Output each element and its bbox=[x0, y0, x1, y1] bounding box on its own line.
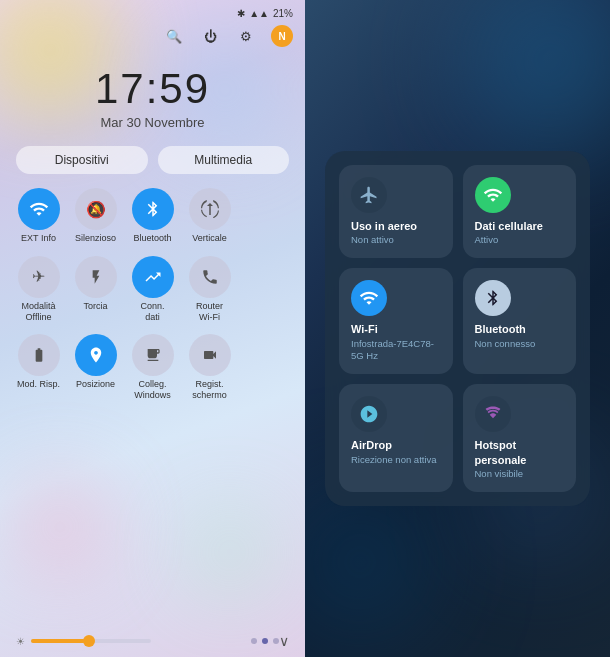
tile-rotate-icon bbox=[189, 188, 231, 230]
cc-bluetooth[interactable]: Bluetooth Non connesso bbox=[463, 268, 577, 374]
tile-windows[interactable]: Colleg.Windows bbox=[126, 334, 179, 401]
cc-airdrop-sublabel: Ricezione non attiva bbox=[351, 454, 437, 466]
tile-data-icon bbox=[132, 256, 174, 298]
cc-airplane-icon bbox=[351, 177, 387, 213]
cc-cellular-sublabel: Attivo bbox=[475, 234, 499, 246]
tab-row: Dispositivi Multimedia bbox=[0, 138, 305, 182]
status-icons: ✱ ▲▲ 21% bbox=[237, 8, 293, 19]
tab-dispositivi[interactable]: Dispositivi bbox=[16, 146, 148, 174]
tile-router-label: RouterWi-Fi bbox=[196, 301, 223, 323]
tile-data[interactable]: Conn.dati bbox=[126, 256, 179, 323]
control-center-panel: Uso in aereo Non attivo Dati cellulare A… bbox=[325, 151, 590, 507]
cc-cellular-icon bbox=[475, 177, 511, 213]
tile-screenrecord-label: Regist.schermo bbox=[192, 379, 227, 401]
ios-control-center: Uso in aereo Non attivo Dati cellulare A… bbox=[305, 0, 610, 657]
tiles-row-3: Mod. Risp. Posizione Colleg.Windows bbox=[0, 328, 305, 407]
signal-icon: ▲▲ bbox=[249, 8, 269, 19]
clock-section: 17:59 Mar 30 Novembre bbox=[0, 65, 305, 130]
cc-wifi-icon bbox=[351, 280, 387, 316]
cc-bluetooth-icon bbox=[475, 280, 511, 316]
cc-wifi[interactable]: Wi-Fi Infostrada-7E4C78-5G Hz bbox=[339, 268, 453, 374]
bottom-bar: ☀ ∨ bbox=[0, 625, 305, 657]
battery-text: 21% bbox=[273, 8, 293, 19]
tile-battery-saver-label: Mod. Risp. bbox=[17, 379, 60, 390]
cc-airdrop-label: AirDrop bbox=[351, 438, 392, 452]
clock-date: Mar 30 Novembre bbox=[0, 115, 305, 130]
tab-multimedia[interactable]: Multimedia bbox=[158, 146, 290, 174]
search-icon[interactable]: 🔍 bbox=[163, 25, 185, 47]
tile-flashlight-icon bbox=[75, 256, 117, 298]
tile-bluetooth-label: Bluetooth bbox=[133, 233, 171, 244]
status-bar: ✱ ▲▲ 21% bbox=[0, 0, 305, 23]
tile-screenrecord-icon bbox=[189, 334, 231, 376]
cc-airplane[interactable]: Uso in aereo Non attivo bbox=[339, 165, 453, 259]
dot-1 bbox=[251, 638, 257, 644]
tile-flashlight-label: Torcia bbox=[83, 301, 107, 312]
tile-data-label: Conn.dati bbox=[140, 301, 164, 323]
tile-flashlight[interactable]: Torcia bbox=[69, 256, 122, 323]
cc-hotspot-label: Hotspot personale bbox=[475, 438, 565, 467]
bluetooth-status-icon: ✱ bbox=[237, 8, 245, 19]
cc-hotspot-icon bbox=[475, 396, 511, 432]
cc-cellular-label: Dati cellulare bbox=[475, 219, 543, 233]
tile-silent-label: Silenzioso bbox=[75, 233, 116, 244]
tile-rotate[interactable]: Verticale bbox=[183, 188, 236, 244]
tile-location-icon bbox=[75, 334, 117, 376]
tile-offline-label: ModalitàOffline bbox=[21, 301, 55, 323]
tile-empty-1 bbox=[240, 188, 293, 244]
cc-airdrop-icon bbox=[351, 396, 387, 432]
tile-windows-icon bbox=[132, 334, 174, 376]
chevron-down-icon[interactable]: ∨ bbox=[279, 633, 289, 649]
cc-wifi-sublabel: Infostrada-7E4C78-5G Hz bbox=[351, 338, 441, 363]
cc-cellular[interactable]: Dati cellulare Attivo bbox=[463, 165, 577, 259]
settings-icon[interactable]: ⚙ bbox=[235, 25, 257, 47]
tile-screenrecord[interactable]: Regist.schermo bbox=[183, 334, 236, 401]
page-dots bbox=[251, 638, 279, 644]
tile-battery-saver-icon bbox=[18, 334, 60, 376]
tile-silent-icon: 🔕 bbox=[75, 188, 117, 230]
cc-grid: Uso in aereo Non attivo Dati cellulare A… bbox=[339, 165, 576, 493]
slider-fill bbox=[31, 639, 85, 643]
tiles-row-2: ✈ ModalitàOffline Torcia Conn.dati bbox=[0, 250, 305, 329]
brightness-low-icon: ☀ bbox=[16, 636, 25, 647]
cc-bluetooth-label: Bluetooth bbox=[475, 322, 526, 336]
cc-airplane-sublabel: Non attivo bbox=[351, 234, 394, 246]
notification-icon[interactable]: N bbox=[271, 25, 293, 47]
power-icon[interactable]: ⏻ bbox=[199, 25, 221, 47]
action-icons-row: 🔍 ⏻ ⚙ N bbox=[0, 23, 305, 55]
tile-router[interactable]: RouterWi-Fi bbox=[183, 256, 236, 323]
tile-bluetooth[interactable]: Bluetooth bbox=[126, 188, 179, 244]
cc-wifi-label: Wi-Fi bbox=[351, 322, 378, 336]
android-quick-settings: ✱ ▲▲ 21% 🔍 ⏻ ⚙ N 17:59 Mar 30 Novembre D… bbox=[0, 0, 305, 657]
slider-thumb bbox=[83, 635, 95, 647]
cc-airplane-label: Uso in aereo bbox=[351, 219, 417, 233]
clock-time: 17:59 bbox=[0, 65, 305, 113]
cc-bluetooth-sublabel: Non connesso bbox=[475, 338, 536, 350]
dot-2 bbox=[262, 638, 268, 644]
tile-offline[interactable]: ✈ ModalitàOffline bbox=[12, 256, 65, 323]
cc-hotspot-sublabel: Non visibile bbox=[475, 468, 524, 480]
tile-ext[interactable]: EXT Info bbox=[12, 188, 65, 244]
tile-ext-icon bbox=[18, 188, 60, 230]
tile-rotate-label: Verticale bbox=[192, 233, 227, 244]
tile-silent[interactable]: 🔕 Silenzioso bbox=[69, 188, 122, 244]
brightness-slider[interactable]: ☀ bbox=[16, 636, 251, 647]
tile-location[interactable]: Posizione bbox=[69, 334, 122, 401]
slider-track[interactable] bbox=[31, 639, 151, 643]
tile-router-icon bbox=[189, 256, 231, 298]
tile-empty-2 bbox=[240, 256, 293, 323]
tile-battery-saver[interactable]: Mod. Risp. bbox=[12, 334, 65, 401]
tiles-row-1: EXT Info 🔕 Silenzioso Bluetooth Vertical… bbox=[0, 182, 305, 250]
tile-bluetooth-icon bbox=[132, 188, 174, 230]
cc-airdrop[interactable]: AirDrop Ricezione non attiva bbox=[339, 384, 453, 492]
cc-hotspot[interactable]: Hotspot personale Non visibile bbox=[463, 384, 577, 492]
tile-offline-icon: ✈ bbox=[18, 256, 60, 298]
tile-location-label: Posizione bbox=[76, 379, 115, 390]
tile-empty-3 bbox=[240, 334, 293, 401]
tile-ext-label: EXT Info bbox=[21, 233, 56, 244]
tile-windows-label: Colleg.Windows bbox=[134, 379, 171, 401]
